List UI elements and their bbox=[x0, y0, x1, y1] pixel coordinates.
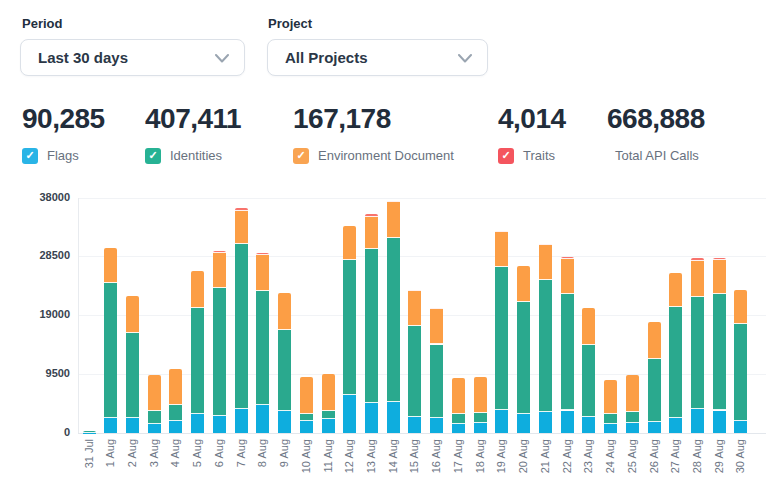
x-axis-label: 26 Aug bbox=[648, 439, 661, 483]
total-api-calls-label: Total API Calls bbox=[615, 148, 699, 163]
bar-segment-flags bbox=[452, 424, 465, 433]
bar-segment-identities bbox=[430, 345, 443, 419]
bar-segment-identities bbox=[626, 412, 639, 423]
x-axis-label: 1 Aug bbox=[104, 439, 117, 483]
bar-segment-traits bbox=[691, 258, 704, 261]
gridline bbox=[78, 198, 766, 199]
bar-segment-flags bbox=[561, 411, 574, 433]
bar-segment-flags bbox=[669, 418, 682, 433]
x-axis-label: 16 Aug bbox=[430, 439, 443, 483]
bar-segment-environment-document bbox=[648, 322, 661, 358]
bar-segment-environment-document bbox=[343, 226, 356, 260]
bar-segment-flags bbox=[604, 424, 617, 433]
bar-segment-flags bbox=[191, 414, 204, 433]
x-axis-label: 18 Aug bbox=[474, 439, 487, 483]
y-axis-label: 38000 bbox=[22, 191, 70, 203]
bar-segment-flags bbox=[474, 423, 487, 433]
bar-segment-identities bbox=[604, 414, 617, 423]
traits-checkbox[interactable]: ✓ bbox=[498, 148, 514, 164]
bar-segment-flags bbox=[582, 417, 595, 433]
bar-segment-environment-document bbox=[235, 211, 248, 244]
identities-checkbox[interactable]: ✓ bbox=[145, 148, 161, 164]
bar-segment-identities bbox=[648, 359, 661, 422]
x-axis-label: 5 Aug bbox=[191, 439, 204, 483]
x-axis-label: 22 Aug bbox=[561, 439, 574, 483]
stat-traits: 4,014 ✓ Traits bbox=[498, 104, 566, 164]
bar-segment-flags bbox=[517, 414, 530, 433]
bar-segment-flags bbox=[648, 422, 661, 433]
bar-segment-environment-document bbox=[430, 309, 443, 344]
bar-segment-identities bbox=[734, 324, 747, 421]
bar-segment-environment-document bbox=[213, 253, 226, 287]
y-axis-label: 9500 bbox=[22, 367, 70, 379]
bar-segment-identities bbox=[517, 302, 530, 415]
x-axis-label: 21 Aug bbox=[539, 439, 552, 483]
identities-count: 407,411 bbox=[145, 104, 241, 135]
identities-label: Identities bbox=[170, 148, 222, 163]
bar-segment-identities bbox=[83, 431, 96, 433]
x-axis-label: 3 Aug bbox=[148, 439, 161, 483]
bar-segment-identities bbox=[343, 260, 356, 394]
environment-document-checkbox[interactable]: ✓ bbox=[293, 148, 309, 164]
stat-identities: 407,411 ✓ Identities bbox=[145, 104, 241, 164]
bar-segment-identities bbox=[408, 326, 421, 417]
bar-segment-environment-document bbox=[148, 375, 161, 411]
api-usage-chart: 0950019000285003800031 Jul1 Aug2 Aug3 Au… bbox=[0, 184, 780, 501]
bar-segment-identities bbox=[148, 411, 161, 424]
bar-segment-flags bbox=[408, 417, 421, 433]
bar-segment-environment-document bbox=[517, 266, 530, 302]
bar-segment-environment-document bbox=[126, 296, 139, 333]
bar-segment-identities bbox=[387, 238, 400, 402]
bar-segment-flags bbox=[169, 421, 182, 433]
bar-segment-flags bbox=[126, 418, 139, 433]
bar-segment-identities bbox=[452, 414, 465, 424]
bar-segment-identities bbox=[278, 330, 291, 412]
bar-segment-identities bbox=[104, 283, 117, 419]
x-axis-label: 27 Aug bbox=[669, 439, 682, 483]
traits-label: Traits bbox=[523, 148, 555, 163]
bar-segment-identities bbox=[300, 414, 313, 421]
bar-segment-environment-document bbox=[669, 273, 682, 307]
x-axis-label: 19 Aug bbox=[495, 439, 508, 483]
bar-segment-flags bbox=[495, 410, 508, 433]
bar-segment-identities bbox=[539, 280, 552, 412]
bar-segment-identities bbox=[582, 345, 595, 416]
bar-segment-environment-document bbox=[322, 374, 335, 411]
bar-segment-identities bbox=[213, 288, 226, 416]
x-axis-label: 10 Aug bbox=[300, 439, 313, 483]
x-axis-label: 31 Jul bbox=[83, 439, 96, 483]
bar-segment-environment-document bbox=[582, 308, 595, 346]
x-axis-label: 7 Aug bbox=[235, 439, 248, 483]
bar-segment-flags bbox=[213, 416, 226, 433]
environment-document-count: 167,178 bbox=[293, 104, 454, 135]
bar-segment-flags bbox=[104, 418, 117, 433]
bar-segment-environment-document bbox=[169, 369, 182, 405]
bar-segment-traits bbox=[365, 214, 378, 216]
x-axis-label: 11 Aug bbox=[322, 439, 335, 483]
x-axis-label: 30 Aug bbox=[734, 439, 747, 483]
stats-row: 90,285 ✓ Flags 407,411 ✓ Identities 167,… bbox=[0, 0, 780, 170]
flags-label: Flags bbox=[47, 148, 79, 163]
bar-segment-environment-document bbox=[734, 290, 747, 324]
bar-segment-environment-document bbox=[539, 245, 552, 280]
flags-checkbox[interactable]: ✓ bbox=[22, 148, 38, 164]
x-axis-label: 17 Aug bbox=[452, 439, 465, 483]
x-axis-label: 4 Aug bbox=[169, 439, 182, 483]
bar-segment-flags bbox=[343, 395, 356, 433]
bar-segment-flags bbox=[713, 411, 726, 433]
bar-segment-environment-document bbox=[604, 380, 617, 415]
x-axis-label: 14 Aug bbox=[387, 439, 400, 483]
bar-segment-identities bbox=[126, 333, 139, 417]
stat-flags: 90,285 ✓ Flags bbox=[22, 104, 105, 164]
bar-segment-flags bbox=[387, 402, 400, 433]
bar-segment-identities bbox=[474, 413, 487, 423]
y-axis-label: 28500 bbox=[22, 249, 70, 261]
bar-segment-flags bbox=[256, 405, 269, 433]
bar-segment-environment-document bbox=[191, 271, 204, 308]
gridline bbox=[78, 433, 766, 434]
stat-total-api-calls: 668,888 Total API Calls bbox=[607, 104, 705, 164]
bar-segment-identities bbox=[365, 249, 378, 403]
bar-segment-flags bbox=[300, 421, 313, 433]
bar-segment-environment-document bbox=[104, 248, 117, 283]
x-axis-label: 8 Aug bbox=[256, 439, 269, 483]
